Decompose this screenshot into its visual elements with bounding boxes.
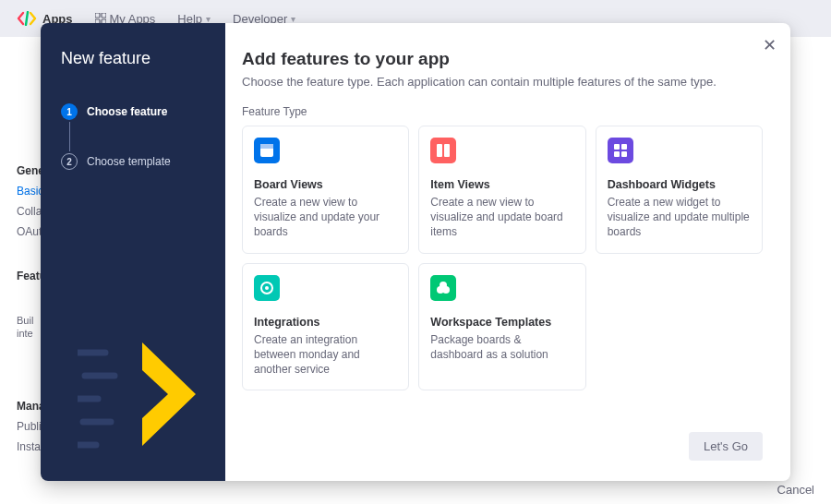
modal-left-panel: New feature 1 Choose feature 2 Choose te…	[41, 23, 225, 481]
card-desc: Create a new view to visualize and updat…	[430, 195, 573, 240]
card-title: Board Views	[254, 178, 397, 191]
card-item-views[interactable]: Item Views Create a new view to visualiz…	[418, 126, 585, 254]
close-button[interactable]: ✕	[757, 34, 779, 56]
step-1[interactable]: 1 Choose feature	[61, 102, 211, 122]
content-subtitle: Choose the feature type. Each applicatio…	[242, 75, 763, 89]
card-title: Item Views	[430, 178, 573, 191]
arrow-decoration-icon	[78, 320, 225, 468]
modal-content: ✕ Add features to your app Choose the fe…	[225, 23, 790, 481]
svg-rect-1	[102, 13, 106, 18]
board-views-icon	[254, 138, 280, 163]
code-icon	[17, 11, 37, 26]
svg-rect-0	[95, 13, 100, 18]
card-desc: Create an integration between monday and…	[254, 332, 397, 378]
step-1-dot: 1	[61, 103, 78, 120]
svg-point-19	[265, 286, 269, 290]
card-workspace-templates[interactable]: Workspace Templates Package boards & das…	[418, 263, 585, 391]
card-dashboard-widgets[interactable]: Dashboard Widgets Create a new widget to…	[596, 126, 763, 254]
card-title: Integrations	[254, 316, 397, 329]
svg-rect-15	[621, 144, 627, 150]
chevron-down-icon: ▾	[206, 14, 211, 24]
step-2-label: Choose template	[87, 155, 171, 168]
card-title: Dashboard Widgets	[608, 178, 751, 191]
steps-list: 1 Choose feature 2 Choose template	[61, 102, 211, 172]
svg-rect-12	[437, 144, 442, 157]
svg-point-22	[440, 282, 447, 289]
card-integrations[interactable]: Integrations Create an integration betwe…	[242, 263, 409, 391]
panel-title: New feature	[61, 49, 211, 68]
card-board-views[interactable]: Board Views Create a new view to visuali…	[242, 126, 409, 254]
modal-actions: Let's Go	[242, 414, 763, 461]
card-desc: Create a new widget to visualize and upd…	[608, 195, 751, 240]
content-title: Add features to your app	[242, 49, 763, 69]
lets-go-button[interactable]: Let's Go	[689, 432, 763, 461]
integrations-icon	[254, 275, 280, 301]
svg-rect-17	[621, 151, 627, 157]
step-connector	[69, 122, 70, 151]
svg-rect-14	[614, 144, 620, 150]
bg-cancel[interactable]: Cancel	[777, 483, 814, 497]
card-desc: Package boards & dashboard as a solution	[430, 332, 573, 362]
feature-type-label: Feature Type	[242, 105, 763, 118]
workspace-templates-icon	[430, 275, 456, 301]
svg-rect-13	[444, 144, 450, 157]
new-feature-modal: New feature 1 Choose feature 2 Choose te…	[41, 23, 790, 481]
step-2-dot: 2	[61, 153, 78, 170]
chevron-down-icon: ▾	[291, 14, 295, 24]
step-2[interactable]: 2 Choose template	[61, 151, 211, 172]
svg-rect-16	[614, 151, 620, 157]
bg-footer: Cancel	[777, 483, 814, 497]
feature-cards: Board Views Create a new view to visuali…	[242, 126, 763, 390]
card-title: Workspace Templates	[430, 316, 573, 329]
close-icon: ✕	[763, 36, 777, 54]
step-1-label: Choose feature	[87, 105, 167, 118]
item-views-icon	[430, 138, 456, 163]
dashboard-widgets-icon	[608, 138, 633, 163]
card-desc: Create a new view to visualize and updat…	[254, 195, 397, 240]
svg-rect-11	[260, 144, 273, 149]
